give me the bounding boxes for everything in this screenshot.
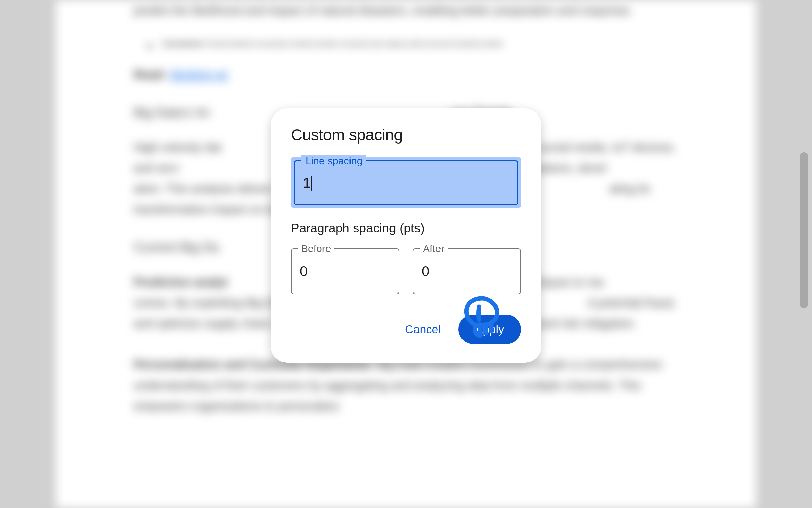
doc-read-label: Read: bbox=[134, 68, 166, 81]
after-label: After bbox=[420, 243, 448, 254]
paragraph-inputs-row: Before 0 After 0 bbox=[291, 248, 521, 294]
cancel-button[interactable]: Cancel bbox=[394, 316, 452, 343]
text-cursor bbox=[311, 176, 312, 191]
before-value: 0 bbox=[292, 249, 399, 286]
line-spacing-highlight: Line spacing 1 bbox=[291, 157, 521, 208]
after-value: 0 bbox=[413, 249, 520, 286]
line-spacing-value: 1 bbox=[295, 161, 517, 198]
dialog-title: Custom spacing bbox=[291, 125, 521, 144]
scrollbar-track[interactable] bbox=[800, 0, 808, 508]
after-input[interactable]: After 0 bbox=[413, 248, 521, 294]
doc-read-line: Read: Working wi bbox=[134, 64, 678, 85]
doc-bold: Fraud detection bbox=[162, 41, 203, 47]
line-spacing-input[interactable]: Line spacing 1 bbox=[294, 160, 518, 205]
pointer-hand-icon bbox=[461, 293, 502, 341]
line-spacing-label: Line spacing bbox=[301, 155, 366, 167]
doc-para: Personalization and Customer Experience.… bbox=[134, 354, 678, 416]
before-input[interactable]: Before 0 bbox=[291, 248, 399, 294]
doc-bullet-item: Fraud detection: Financial institutions … bbox=[147, 41, 678, 50]
doc-link: Working wi bbox=[170, 68, 228, 81]
before-label: Before bbox=[298, 243, 334, 254]
doc-bullet-text: : Financial institutions use big data to… bbox=[203, 41, 504, 47]
paragraph-spacing-label: Paragraph spacing (pts) bbox=[291, 221, 521, 235]
doc-para: predict the likelihood and impact of nat… bbox=[134, 0, 678, 21]
scrollbar-thumb[interactable] bbox=[800, 152, 808, 308]
